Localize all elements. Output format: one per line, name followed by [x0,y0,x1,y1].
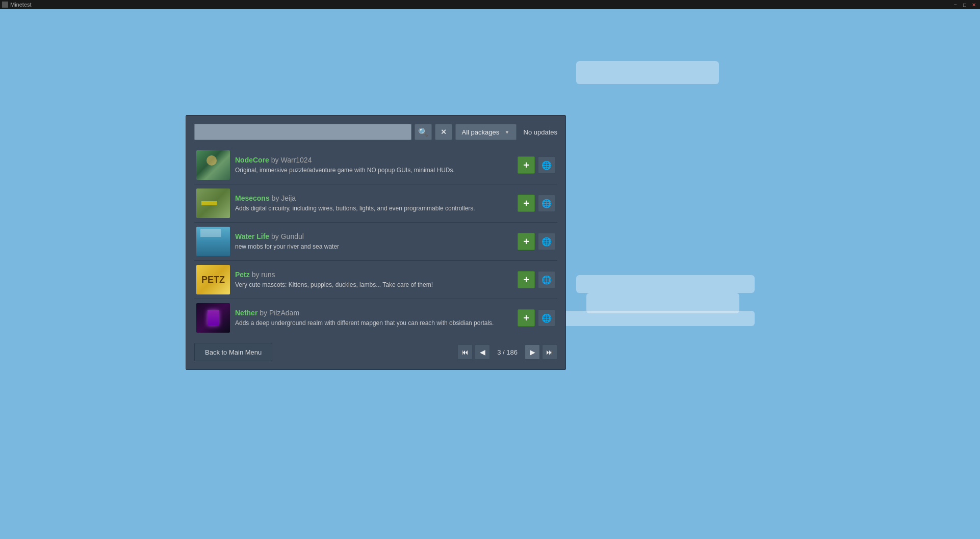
globe-icon: 🌐 [541,313,552,323]
next-icon: ▶ [530,348,535,356]
package-actions: + 🌐 [518,309,555,327]
last-page-icon: ⏭ [546,348,553,356]
cloud-decoration-4 [561,311,755,326]
package-author: by Jeija [272,194,296,202]
filter-dropdown[interactable]: All packages ▼ [455,124,517,140]
first-page-icon: ⏮ [461,348,469,356]
updates-status: No updates [524,128,558,136]
plus-icon: + [523,236,529,248]
dialog-footer: Back to Main Menu ⏮ ◀ 3 / 186 ▶ ⏭ [194,343,557,361]
info-button[interactable]: 🌐 [538,233,555,250]
package-thumbnail [196,227,230,256]
package-info: Mesecons by Jeija Adds digital circuitry… [235,194,512,213]
last-page-button[interactable]: ⏭ [542,344,557,360]
info-button[interactable]: 🌐 [538,309,555,327]
next-page-button[interactable]: ▶ [525,344,540,360]
package-list: NodeCore by Warr1024 Original, immersive… [194,146,557,337]
list-item: Nether by PilzAdam Adds a deep undergrou… [194,299,557,337]
package-thumbnail [196,303,230,333]
install-button[interactable]: + [518,233,535,250]
back-to-main-menu-button[interactable]: Back to Main Menu [194,343,272,361]
clear-button[interactable]: ✕ [435,124,452,140]
close-button[interactable]: ✕ [970,1,978,8]
package-actions: + 🌐 [518,233,555,250]
prev-page-button[interactable]: ◀ [475,344,490,360]
search-row: 🔍 ✕ All packages ▼ No updates [194,124,557,140]
globe-icon: 🌐 [541,199,552,208]
titlebar-title: Minetest [10,2,32,8]
petz-thumb-text: PETZ [201,275,225,285]
package-title: NodeCore by Warr1024 [235,156,512,164]
titlebar-left: Minetest [2,2,32,8]
package-description: Very cute mascots: Kittens, puppies, duc… [235,281,512,289]
minimize-button[interactable]: − [951,1,960,8]
plus-icon: + [523,159,529,171]
install-button[interactable]: + [518,271,535,288]
filter-label: All packages [462,128,500,136]
package-title: Water Life by Gundul [235,232,512,240]
cloud-decoration-1 [576,61,719,84]
prev-icon: ◀ [480,348,485,356]
package-name: NodeCore [235,156,269,164]
package-info: NodeCore by Warr1024 Original, immersive… [235,156,512,175]
package-actions: + 🌐 [518,156,555,174]
package-title: Mesecons by Jeija [235,194,512,202]
package-info: Petz by runs Very cute mascots: Kittens,… [235,271,512,289]
titlebar: Minetest − □ ✕ [0,0,980,9]
info-button[interactable]: 🌐 [538,271,555,288]
package-thumbnail [196,188,230,218]
package-name: Mesecons [235,194,270,202]
globe-icon: 🌐 [541,160,552,170]
info-button[interactable]: 🌐 [538,156,555,174]
install-button[interactable]: + [518,195,535,212]
search-button[interactable]: 🔍 [415,124,432,140]
package-name: Petz [235,271,250,279]
package-author: by runs [252,271,275,279]
package-name: Water Life [235,232,269,240]
package-actions: + 🌐 [518,271,555,288]
content-browser-dialog: 🔍 ✕ All packages ▼ No updates NodeCore b… [186,115,566,370]
package-author: by PilzAdam [260,309,299,317]
package-thumbnail: PETZ [196,265,230,294]
globe-icon: 🌐 [541,237,552,247]
page-indicator: 3 / 186 [492,348,523,356]
plus-icon: + [523,312,529,324]
search-input[interactable] [194,124,411,140]
dropdown-arrow-icon: ▼ [505,129,510,135]
plus-icon: + [523,274,529,286]
clear-icon: ✕ [441,128,447,136]
package-name: Nether [235,309,257,317]
install-button[interactable]: + [518,309,535,327]
package-info: Water Life by Gundul new mobs for your r… [235,232,512,251]
list-item: NodeCore by Warr1024 Original, immersive… [194,146,557,184]
plus-icon: + [523,198,529,209]
globe-icon: 🌐 [541,275,552,285]
titlebar-controls: − □ ✕ [951,1,978,8]
cloud-decoration-2 [576,275,755,293]
package-description: new mobs for your river and sea water [235,242,512,251]
maximize-button[interactable]: □ [961,1,969,8]
package-info: Nether by PilzAdam Adds a deep undergrou… [235,309,512,328]
cloud-decoration-3 [586,293,739,313]
package-thumbnail [196,150,230,180]
install-button[interactable]: + [518,156,535,174]
package-description: Original, immersive puzzle/adventure gam… [235,166,512,175]
info-button[interactable]: 🌐 [538,195,555,212]
package-title: Petz by runs [235,271,512,279]
package-description: Adds digital circuitry, including wires,… [235,204,512,213]
package-author: by Warr1024 [271,156,312,164]
search-icon: 🔍 [418,127,428,137]
package-description: Adds a deep underground realm with diffe… [235,319,512,328]
package-author: by Gundul [271,232,304,240]
app-icon [2,2,8,8]
package-actions: + 🌐 [518,195,555,212]
first-page-button[interactable]: ⏮ [457,344,473,360]
package-title: Nether by PilzAdam [235,309,512,317]
pagination: ⏮ ◀ 3 / 186 ▶ ⏭ [457,344,557,360]
list-item: PETZ Petz by runs Very cute mascots: Kit… [194,261,557,299]
list-item: Mesecons by Jeija Adds digital circuitry… [194,184,557,223]
list-item: Water Life by Gundul new mobs for your r… [194,223,557,261]
